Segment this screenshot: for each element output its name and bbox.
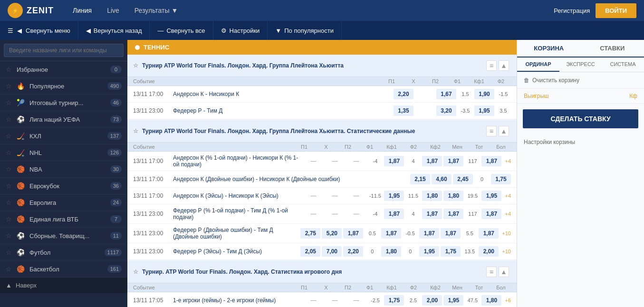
more-btn[interactable]: +10 <box>502 230 511 236</box>
odds-kf1[interactable]: 1,87 <box>384 156 404 166</box>
tournament-block-1: ☆ Турнир ATP World Tour Finals. Лондон. … <box>127 55 517 119</box>
odds-x[interactable]: 4,60 <box>432 174 452 184</box>
sidebar-item-finals[interactable]: ☆ 🎾 Итоговый турнир... 46 <box>0 95 127 111</box>
odds-p1[interactable]: 2,05 <box>300 246 320 257</box>
odds-kf1[interactable]: 1,95 <box>474 106 494 116</box>
list-icon[interactable]: ≡ <box>486 60 497 71</box>
odds-kf2b[interactable]: 1,80 <box>443 191 463 201</box>
odds-kf2[interactable]: 1,80 <box>422 191 442 201</box>
odds-kf2b[interactable]: 1,87 <box>443 209 463 219</box>
star-icon: ☆ <box>6 232 12 240</box>
up-icon[interactable]: ▲ <box>499 60 509 71</box>
nav-up-button[interactable]: ▲ Наверх <box>0 278 127 293</box>
tab-basket[interactable]: КОРЗИНА <box>517 40 581 58</box>
odds-p1: — <box>303 156 323 166</box>
odds-kftot[interactable]: 2,00 <box>479 246 499 257</box>
basket-settings: Настройки корзины <box>517 134 644 150</box>
up-icon[interactable]: ▲ <box>499 126 509 136</box>
nav-live[interactable]: Live <box>107 7 119 14</box>
odds-kf1[interactable]: 1,95 <box>384 191 404 201</box>
tournament-icons: ≡ ▲ <box>484 124 511 138</box>
odds-kf2b[interactable]: 1,95 <box>443 295 463 306</box>
odds-p2[interactable]: 2,45 <box>453 174 473 184</box>
odds-p1[interactable]: 1,35 <box>394 106 413 116</box>
collapse-all-button[interactable]: — Свернуть все <box>150 21 213 40</box>
sidebar-item-football[interactable]: ☆ ⚽ Футбол 1117 <box>0 244 127 261</box>
odds-kftot[interactable]: 1,95 <box>481 191 501 201</box>
logo-icon: ⚡ <box>8 3 23 18</box>
more-btn[interactable]: +6 <box>505 297 511 303</box>
odds-kftot[interactable]: 1,87 <box>481 156 501 166</box>
more-btn[interactable]: +4 <box>505 211 511 217</box>
header-kf1: Кф1 <box>469 78 489 84</box>
odds-kf1[interactable]: 1,90 <box>474 89 494 99</box>
odds-kf1[interactable]: 1,75 <box>491 174 511 184</box>
odds-kftot[interactable]: 1,87 <box>479 228 499 239</box>
odds-p2[interactable]: 2,20 <box>343 246 363 257</box>
odds-kf1[interactable]: 1,75 <box>384 295 404 306</box>
up-icon[interactable]: ▲ <box>499 267 509 277</box>
odds-kftot[interactable]: 1,87 <box>481 209 501 219</box>
fav-star-icon[interactable]: ☆ <box>133 128 138 134</box>
sidebar-item-nhl[interactable]: ☆ 🏒 NHL 126 <box>0 144 127 161</box>
odds-kf1[interactable]: 1,80 <box>381 246 401 257</box>
odds-kf2[interactable]: 1,87 <box>422 156 442 166</box>
odds-kf2[interactable]: 1,95 <box>419 246 439 257</box>
tab-ordinary[interactable]: ОРДИНАР <box>517 58 559 72</box>
sidebar-item-popular[interactable]: ☆ 🔥 Популярное 490 <box>0 78 127 95</box>
odds-kf2[interactable]: 2,00 <box>422 295 442 306</box>
odds-kftot[interactable]: 1,80 <box>481 295 501 306</box>
login-button[interactable]: ВОЙТИ <box>596 3 636 18</box>
register-button[interactable]: Регистрация <box>554 7 590 14</box>
more-btn[interactable]: +10 <box>502 249 511 254</box>
odds-kf1[interactable]: 1,87 <box>384 209 404 219</box>
tab-system[interactable]: СИСТЕМА <box>602 58 644 72</box>
odds-kf1[interactable]: 1,87 <box>381 228 401 239</box>
sidebar-item-nba[interactable]: ☆ 🏀 NBA 30 <box>0 161 127 178</box>
search-input[interactable] <box>4 44 124 57</box>
list-icon[interactable]: ≡ <box>486 267 497 277</box>
by-popularity-button[interactable]: ▼ По популярности <box>268 21 342 40</box>
settings-button[interactable]: ⚙ Настройки <box>213 21 268 40</box>
nav-right: Регистрация ВОЙТИ <box>554 3 636 18</box>
odds-p2[interactable]: 1,87 <box>343 228 363 239</box>
sort-icon: ▼ <box>275 27 281 34</box>
menu-toggle[interactable]: ☰ ◀ Свернуть меню <box>0 21 78 40</box>
sidebar-item-sbornie[interactable]: ☆ ⚽ Сборные. Товарищ... 11 <box>0 228 127 244</box>
more-btn[interactable]: +4 <box>505 193 511 199</box>
tab-express[interactable]: ЭКСПРЕСС <box>559 58 602 72</box>
nav-results[interactable]: Результаты ▼ <box>135 7 178 14</box>
sidebar-item-vtb[interactable]: ☆ 🏀 Единая лига ВТБ 7 <box>0 211 127 228</box>
make-bet-button[interactable]: СДЕЛАТЬ СТАВКУ <box>523 109 638 128</box>
odds-kf2[interactable]: 1,87 <box>419 228 439 239</box>
odds-x[interactable]: 7,00 <box>322 246 342 257</box>
odds-kf2[interactable]: 1,87 <box>422 209 442 219</box>
nav-liniya[interactable]: Линия <box>73 7 92 14</box>
sidebar-item-evrokubок[interactable]: ☆ 🏀 Еврокубок 36 <box>0 178 127 194</box>
odds-kf2b[interactable]: 1,87 <box>441 228 461 239</box>
odds-p1[interactable]: 2,20 <box>394 89 413 99</box>
back-button[interactable]: ◀ Вернуться назад <box>78 21 150 40</box>
tab-bets[interactable]: СТАВКИ <box>581 40 644 58</box>
sidebar-item-liga-natsiy[interactable]: ☆ ⚽ Лига наций УЕФА 73 <box>0 111 127 128</box>
odds-p1[interactable]: 2,75 <box>300 228 320 239</box>
fav-star-icon[interactable]: ☆ <box>133 62 138 69</box>
logo-text: ZENIT <box>27 6 54 16</box>
sidebar-item-evroliga[interactable]: ☆ 🏀 Евролига 24 <box>0 194 127 211</box>
more-btn[interactable]: +4 <box>505 158 511 164</box>
list-icon[interactable]: ≡ <box>486 126 497 136</box>
sidebar-item-favorites[interactable]: ☆ Избранное 0 <box>0 61 127 78</box>
fav-star-icon[interactable]: ☆ <box>133 269 138 275</box>
clear-basket-button[interactable]: 🗑 Очистить корзину <box>517 72 644 89</box>
sidebar-item-khl[interactable]: ☆ 🏒 КХЛ 137 <box>0 128 127 144</box>
odds-p2[interactable]: 3,20 <box>436 106 456 116</box>
sidebar-item-basketball[interactable]: ☆ 🏀 Баскетбол 161 <box>0 261 127 278</box>
odds-kf2b[interactable]: 1,87 <box>443 156 463 166</box>
star-icon: ☆ <box>6 215 12 223</box>
odds-p2[interactable]: 1,67 <box>436 89 456 99</box>
header-f1: Ф1 <box>360 144 380 150</box>
odds-kf2b[interactable]: 1,75 <box>441 246 461 257</box>
odds-x[interactable]: 5,20 <box>322 228 342 239</box>
odds-p1[interactable]: 2,15 <box>410 174 430 184</box>
odds-x: — <box>325 295 345 306</box>
